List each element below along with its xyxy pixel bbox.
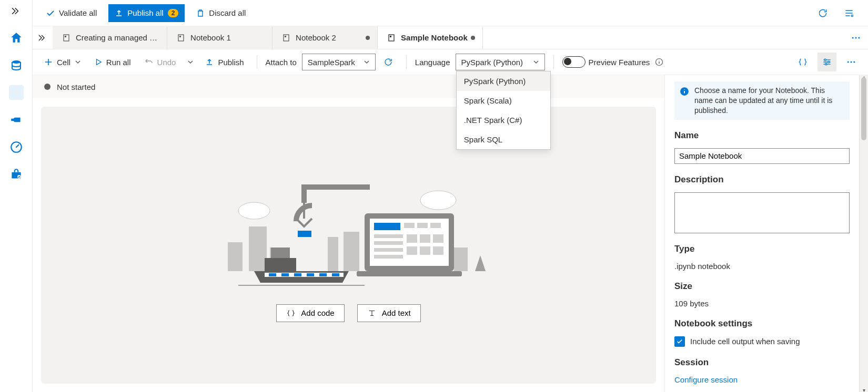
- notebook-more-button[interactable]: [842, 53, 861, 71]
- language-dropdown[interactable]: PySpark (Python): [456, 54, 545, 70]
- attach-to-label: Attach to: [266, 58, 299, 67]
- develop-icon[interactable]: [9, 85, 24, 100]
- undo-label: Undo: [157, 58, 176, 67]
- data-icon[interactable]: [9, 58, 24, 73]
- validate-all-label: Validate all: [59, 8, 97, 17]
- preview-features-label: Preview Features: [589, 58, 652, 67]
- tab-sample-notebook[interactable]: Sample Notebook: [378, 26, 483, 49]
- tab-label: Sample Notebook: [401, 33, 468, 42]
- chevron-down-icon: [75, 59, 81, 65]
- undo-button[interactable]: Undo: [140, 54, 180, 70]
- run-all-label: Run all: [106, 58, 131, 67]
- svg-rect-42: [374, 234, 403, 238]
- refresh-button[interactable]: [813, 4, 832, 23]
- upload-icon: [115, 9, 123, 17]
- tab-overflow-button[interactable]: [844, 26, 868, 49]
- undo-icon: [145, 58, 153, 66]
- chevron-down-icon: [533, 59, 539, 65]
- description-input[interactable]: [674, 192, 850, 233]
- svg-rect-35: [298, 231, 311, 237]
- restart-session-button[interactable]: [379, 53, 398, 71]
- status-dot-icon: [44, 84, 51, 90]
- session-status-bar: Not started: [33, 75, 664, 98]
- add-cell-button[interactable]: Cell: [40, 54, 85, 70]
- properties-button[interactable]: [817, 53, 836, 71]
- svg-rect-41: [430, 223, 441, 228]
- description-label: Description: [674, 174, 850, 185]
- svg-rect-39: [404, 223, 415, 228]
- size-label: Size: [674, 281, 850, 292]
- monitor-icon[interactable]: [9, 140, 24, 154]
- tabs-expand-icon[interactable]: [33, 26, 53, 49]
- session-label: Session: [674, 357, 850, 368]
- undo-history-button[interactable]: [185, 54, 196, 70]
- svg-rect-54: [271, 247, 290, 258]
- attach-to-dropdown[interactable]: SampleSpark: [302, 54, 376, 70]
- svg-rect-51: [433, 246, 443, 255]
- play-icon: [95, 58, 102, 66]
- svg-rect-31: [454, 247, 468, 271]
- svg-rect-59: [307, 273, 314, 276]
- svg-point-23: [853, 61, 855, 63]
- refresh-icon: [817, 8, 828, 18]
- discard-all-label: Discard all: [209, 8, 246, 17]
- svg-rect-10: [284, 35, 289, 41]
- tab-creating-managed[interactable]: Creating a managed …: [53, 26, 167, 49]
- language-option[interactable]: PySpark (Python): [457, 71, 550, 91]
- feedback-button[interactable]: [840, 4, 859, 23]
- language-value: PySpark (Python): [461, 58, 523, 67]
- publish-all-button[interactable]: Publish all 2: [108, 4, 185, 22]
- variables-button[interactable]: [793, 53, 812, 71]
- name-input[interactable]: [674, 148, 850, 164]
- include-output-checkbox[interactable]: [674, 336, 685, 347]
- svg-point-18: [824, 59, 826, 60]
- publish-all-label: Publish all: [127, 8, 163, 17]
- notebook-toolbar: Cell Run all Undo Publish Attach to: [33, 49, 868, 75]
- svg-rect-13: [390, 36, 391, 37]
- svg-rect-33: [301, 184, 370, 190]
- discard-all-button[interactable]: Discard all: [192, 5, 250, 22]
- svg-point-16: [858, 37, 860, 38]
- svg-rect-45: [374, 255, 403, 259]
- svg-point-25: [420, 191, 456, 210]
- notebook-icon: [177, 34, 185, 42]
- braces-icon: [798, 57, 808, 67]
- svg-rect-6: [64, 35, 69, 41]
- home-icon[interactable]: [9, 30, 24, 45]
- info-icon[interactable]: [655, 58, 663, 66]
- notebook-settings-label: Notebook settings: [674, 318, 850, 329]
- language-option[interactable]: .NET Spark (C#): [457, 110, 550, 130]
- language-option[interactable]: Spark SQL: [457, 130, 550, 149]
- editor-tabs: Creating a managed … Notebook 1 Notebook…: [33, 26, 868, 49]
- rail-collapse-icon[interactable]: [12, 6, 21, 18]
- add-code-button[interactable]: Add code: [276, 304, 344, 322]
- svg-rect-26: [228, 242, 243, 271]
- language-menu: PySpark (Python) Spark (Scala) .NET Spar…: [456, 71, 551, 150]
- publish-button[interactable]: Publish: [201, 54, 248, 70]
- tab-notebook-2[interactable]: Notebook 2: [272, 26, 378, 49]
- integrate-icon[interactable]: [9, 112, 24, 127]
- svg-rect-57: [281, 273, 289, 276]
- configure-session-link[interactable]: Configure session: [674, 375, 850, 384]
- svg-rect-48: [433, 234, 443, 243]
- validate-all-button[interactable]: Validate all: [42, 5, 101, 22]
- svg-rect-29: [328, 237, 338, 271]
- svg-rect-55: [265, 273, 344, 277]
- left-nav-rail: [0, 0, 33, 392]
- tab-notebook-1[interactable]: Notebook 1: [167, 26, 272, 49]
- properties-panel: Choose a name for your Notebook. This na…: [664, 75, 859, 392]
- text-icon: [367, 308, 377, 318]
- preview-features-toggle[interactable]: [562, 56, 586, 68]
- chevron-down-icon: [364, 59, 370, 65]
- add-text-button[interactable]: Add text: [357, 304, 421, 322]
- svg-rect-27: [249, 226, 267, 271]
- language-option[interactable]: Spark (Scala): [457, 91, 550, 110]
- svg-rect-44: [374, 248, 403, 252]
- manage-icon[interactable]: [9, 167, 24, 182]
- panel-scrollbar[interactable]: ▴ ▾: [859, 75, 868, 392]
- dirty-indicator: [471, 36, 475, 40]
- tab-label: Notebook 1: [190, 33, 231, 42]
- svg-point-21: [847, 61, 849, 63]
- session-status-text: Not started: [57, 82, 95, 91]
- run-all-button[interactable]: Run all: [90, 54, 135, 70]
